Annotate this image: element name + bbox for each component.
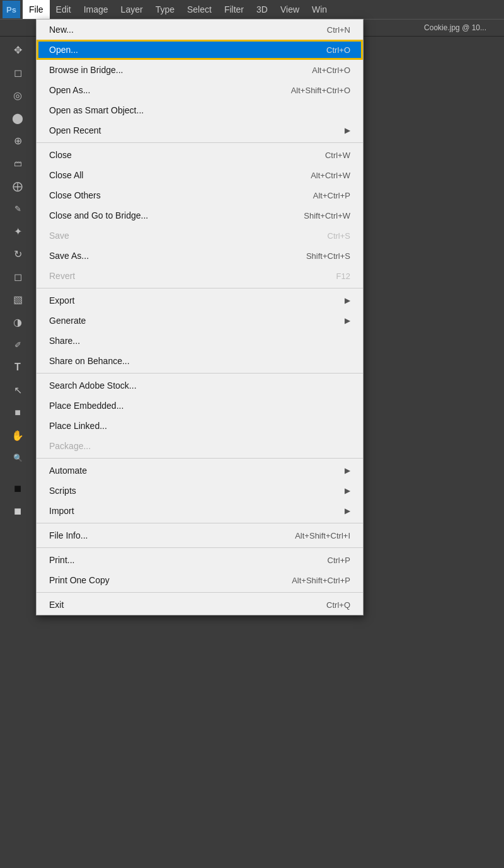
- menu-item-search-stock[interactable]: Search Adobe Stock...: [37, 375, 363, 396]
- file-menu-panel: New... Ctrl+N Open... Ctrl+O Browse in B…: [36, 19, 364, 615]
- menu-edit[interactable]: Edit: [50, 0, 77, 19]
- menu-win[interactable]: Win: [306, 0, 333, 19]
- divider-5: [37, 523, 363, 523]
- menu-type[interactable]: Type: [149, 0, 181, 19]
- divider-7: [37, 592, 363, 593]
- menu-bar: Ps File Edit Image Layer Type Select Fil…: [0, 0, 504, 19]
- menu-item-close-all[interactable]: Close All Alt+Ctrl+W: [37, 165, 363, 185]
- tool-quick-selection[interactable]: ⬤: [5, 107, 30, 128]
- tool-eraser[interactable]: ◻: [5, 266, 30, 287]
- tool-hand[interactable]: ✋: [5, 425, 30, 446]
- tool-brush[interactable]: ✎: [5, 198, 30, 219]
- menu-item-package[interactable]: Package...: [37, 436, 363, 456]
- left-toolbar: ✥ ◻ ◎ ⬤ ⊕ 🗃 ⨁ ✎ ✦ ↻ ◻ ▧ ◑ ✐ T ↖ ■ ✋ 🔍 ■ …: [0, 37, 35, 868]
- file-dropdown-menu: New... Ctrl+N Open... Ctrl+O Browse in B…: [36, 19, 364, 615]
- menu-item-scripts[interactable]: Scripts ▶: [37, 481, 363, 501]
- divider-6: [37, 547, 363, 548]
- tool-path-selection[interactable]: ↖: [5, 379, 30, 401]
- tool-dodge[interactable]: ◑: [5, 311, 30, 333]
- menu-item-open-recent[interactable]: Open Recent ▶: [37, 120, 363, 140]
- tool-crop[interactable]: ⊕: [5, 130, 30, 151]
- menu-item-open-as[interactable]: Open As... Alt+Shift+Ctrl+O: [37, 80, 363, 100]
- menu-layer[interactable]: Layer: [115, 0, 149, 19]
- menu-image[interactable]: Image: [77, 0, 115, 19]
- export-arrow-icon: ▶: [345, 296, 350, 305]
- tool-background[interactable]: ■: [5, 500, 30, 522]
- menu-item-open[interactable]: Open... Ctrl+O: [37, 40, 363, 60]
- menu-item-print-one-copy[interactable]: Print One Copy Alt+Shift+Ctrl+P: [37, 570, 363, 590]
- menu-item-exit[interactable]: Exit Ctrl+Q: [37, 595, 363, 615]
- menu-view[interactable]: View: [274, 0, 306, 19]
- menu-item-save-as[interactable]: Save As... Shift+Ctrl+S: [37, 246, 363, 266]
- menu-item-share-behance[interactable]: Share on Behance...: [37, 351, 363, 371]
- menu-filter[interactable]: Filter: [218, 0, 250, 19]
- tool-pen[interactable]: ✐: [5, 334, 30, 355]
- divider-1: [37, 142, 363, 143]
- menu-item-place-embedded[interactable]: Place Embedded...: [37, 396, 363, 416]
- scripts-arrow-icon: ▶: [345, 486, 350, 495]
- menu-item-place-linked[interactable]: Place Linked...: [37, 416, 363, 436]
- tool-clone-stamp[interactable]: ✦: [5, 220, 30, 242]
- menu-item-close-others[interactable]: Close Others Alt+Ctrl+P: [37, 185, 363, 205]
- ps-logo: Ps: [3, 1, 20, 18]
- tool-type[interactable]: T: [5, 357, 30, 378]
- menu-item-new[interactable]: New... Ctrl+N: [37, 20, 363, 40]
- menu-item-browse-bridge[interactable]: Browse in Bridge... Alt+Ctrl+O: [37, 60, 363, 80]
- open-recent-arrow-icon: ▶: [345, 126, 350, 135]
- menu-item-share[interactable]: Share...: [37, 331, 363, 351]
- tool-shape[interactable]: ■: [5, 402, 30, 423]
- menu-item-save[interactable]: Save Ctrl+S: [37, 226, 363, 246]
- menu-item-export[interactable]: Export ▶: [37, 290, 363, 311]
- menu-3d[interactable]: 3D: [250, 0, 274, 19]
- tool-marquee[interactable]: ◻: [5, 62, 30, 83]
- tool-foreground[interactable]: ■: [5, 477, 30, 499]
- menu-item-generate[interactable]: Generate ▶: [37, 311, 363, 331]
- menu-file[interactable]: File: [23, 0, 50, 19]
- tool-eyedropper[interactable]: 🗃: [5, 152, 30, 174]
- generate-arrow-icon: ▶: [345, 316, 350, 325]
- import-arrow-icon: ▶: [345, 506, 350, 515]
- menu-item-revert[interactable]: Revert F12: [37, 266, 363, 286]
- menu-item-open-smart[interactable]: Open as Smart Object...: [37, 100, 363, 120]
- tool-lasso[interactable]: ◎: [5, 84, 30, 106]
- menu-item-file-info[interactable]: File Info... Alt+Shift+Ctrl+I: [37, 525, 363, 545]
- divider-3: [37, 373, 363, 374]
- menu-item-print[interactable]: Print... Ctrl+P: [37, 550, 363, 570]
- menu-item-automate[interactable]: Automate ▶: [37, 460, 363, 481]
- tool-move[interactable]: ✥: [5, 39, 30, 60]
- menu-item-close[interactable]: Close Ctrl+W: [37, 145, 363, 165]
- tool-history-brush[interactable]: ↻: [5, 243, 30, 265]
- menu-item-import[interactable]: Import ▶: [37, 501, 363, 521]
- tool-gradient[interactable]: ▧: [5, 288, 30, 310]
- divider-4: [37, 458, 363, 459]
- tool-zoom[interactable]: 🔍: [5, 447, 30, 469]
- menu-item-close-bridge[interactable]: Close and Go to Bridge... Shift+Ctrl+W: [37, 205, 363, 226]
- tool-spot-healing[interactable]: ⨁: [5, 175, 30, 197]
- automate-arrow-icon: ▶: [345, 466, 350, 475]
- menu-select[interactable]: Select: [181, 0, 218, 19]
- divider-2: [37, 288, 363, 288]
- cookie-tab-label: Cookie.jpg @ 10...: [424, 23, 486, 32]
